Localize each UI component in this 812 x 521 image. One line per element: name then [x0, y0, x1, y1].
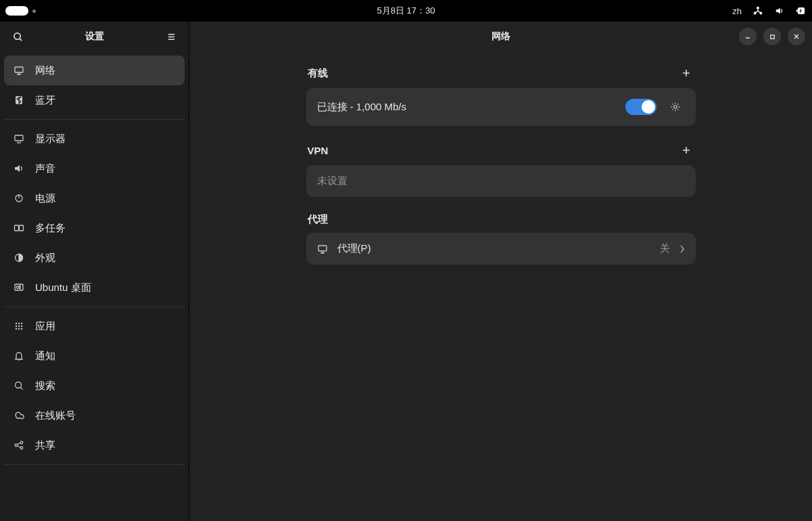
svg-point-21 — [21, 325, 22, 327]
sidebar-item-sound[interactable]: 声音 — [4, 154, 185, 183]
svg-rect-29 — [770, 35, 773, 38]
content-area: 有线 已连接 - 1,000 Mb/s — [189, 51, 812, 521]
minimize-button[interactable] — [739, 28, 757, 45]
main-header: 网络 — [189, 22, 812, 51]
svg-rect-9 — [15, 225, 19, 231]
apps-icon — [12, 319, 26, 333]
svg-point-27 — [20, 441, 23, 444]
ubuntu-icon — [12, 281, 26, 294]
add-wired-button[interactable] — [678, 65, 694, 81]
svg-point-15 — [20, 288, 21, 289]
clock[interactable]: 5月8日 17：30 — [377, 5, 435, 17]
page-title: 网络 — [270, 30, 731, 43]
svg-point-18 — [21, 323, 22, 324]
wired-settings-button[interactable] — [666, 97, 685, 116]
sidebar-item-ubuntu[interactable]: Ubuntu 桌面 — [4, 273, 185, 302]
wired-section: 有线 已连接 - 1,000 Mb/s — [306, 65, 696, 126]
wired-toggle[interactable] — [625, 99, 656, 115]
search-icon — [12, 379, 26, 392]
svg-rect-31 — [318, 246, 327, 251]
svg-point-13 — [16, 286, 19, 289]
proxy-row[interactable]: 代理(P) 关 — [306, 233, 696, 265]
wired-heading: 有线 — [308, 67, 328, 80]
sidebar-item-network[interactable]: 网络 — [4, 55, 185, 85]
sidebar-item-notifications[interactable]: 通知 — [4, 341, 185, 371]
sidebar-item-label: 外观 — [35, 252, 55, 265]
sidebar-item-bluetooth[interactable]: 蓝牙 — [4, 85, 185, 115]
proxy-icon — [317, 244, 328, 254]
search-button[interactable] — [9, 28, 26, 45]
svg-point-25 — [16, 382, 22, 388]
appearance-icon — [12, 251, 26, 265]
input-method-indicator[interactable]: zh — [732, 6, 742, 16]
sidebar-item-label: 应用 — [35, 320, 55, 333]
sidebar-item-appearance[interactable]: 外观 — [4, 243, 185, 273]
svg-point-26 — [15, 444, 18, 447]
svg-rect-5 — [15, 67, 23, 72]
sidebar-item-label: 电源 — [35, 192, 55, 205]
sidebar-separator — [4, 307, 185, 307]
sidebar: 设置 网络蓝牙显示器声音电源多任务外观Ubuntu 桌面应用通知搜索在线账号共享 — [0, 22, 189, 521]
proxy-heading: 代理 — [308, 213, 328, 226]
sidebar-item-label: 共享 — [35, 439, 55, 452]
bluetooth-icon — [12, 93, 26, 107]
sidebar-item-label: 网络 — [35, 64, 55, 77]
svg-point-20 — [18, 325, 20, 327]
battery-tray-icon[interactable] — [796, 5, 807, 16]
svg-point-19 — [16, 325, 17, 327]
sidebar-separator — [4, 119, 185, 120]
svg-point-28 — [20, 447, 23, 449]
sidebar-item-power[interactable]: 电源 — [4, 183, 185, 213]
vpn-heading: VPN — [308, 145, 329, 156]
svg-point-17 — [18, 323, 20, 324]
sidebar-item-label: 蓝牙 — [35, 94, 55, 107]
sidebar-item-display[interactable]: 显示器 — [4, 124, 185, 154]
svg-point-14 — [20, 286, 21, 287]
svg-point-22 — [16, 328, 17, 330]
menu-button[interactable] — [163, 28, 179, 45]
workspace-dot-icon — [32, 9, 36, 13]
proxy-row-label: 代理(P) — [337, 242, 371, 255]
vpn-section: VPN 未设置 — [306, 142, 696, 197]
sidebar-item-apps[interactable]: 应用 — [4, 311, 185, 341]
sidebar-item-label: 显示器 — [35, 133, 66, 145]
sidebar-separator — [4, 464, 185, 465]
sidebar-item-label: 声音 — [35, 162, 55, 175]
power-icon — [12, 191, 26, 205]
wired-status-label: 已连接 - 1,000 Mb/s — [317, 101, 407, 114]
sound-icon — [12, 162, 26, 175]
proxy-section: 代理 代理(P) 关 — [306, 213, 696, 265]
sidebar-title: 设置 — [26, 30, 163, 43]
top-bar: 5月8日 17：30 zh — [0, 0, 812, 22]
sidebar-item-online[interactable]: 在线账号 — [4, 401, 185, 430]
sidebar-header: 设置 — [0, 22, 189, 51]
sidebar-item-label: 多任务 — [35, 222, 66, 235]
network-icon — [12, 64, 26, 77]
network-tray-icon[interactable] — [753, 5, 763, 16]
online-icon — [12, 409, 26, 422]
share-icon — [12, 438, 26, 452]
close-button[interactable] — [788, 28, 805, 45]
svg-point-30 — [673, 106, 676, 108]
vpn-empty-row: 未设置 — [306, 165, 696, 197]
notifications-icon — [12, 349, 26, 363]
display-icon — [12, 132, 26, 145]
sidebar-item-label: 在线账号 — [35, 409, 76, 422]
svg-point-23 — [18, 328, 20, 330]
proxy-row-value: 关 — [660, 242, 670, 255]
sidebar-item-multitask[interactable]: 多任务 — [4, 213, 185, 243]
sidebar-item-label: 通知 — [35, 350, 55, 363]
add-vpn-button[interactable] — [678, 142, 694, 158]
sidebar-item-search[interactable]: 搜索 — [4, 371, 185, 401]
svg-point-16 — [16, 323, 17, 324]
sidebar-item-share[interactable]: 共享 — [4, 430, 185, 460]
wired-connection-row: 已连接 - 1,000 Mb/s — [306, 88, 696, 126]
svg-point-24 — [21, 328, 22, 330]
multitask-icon — [12, 221, 26, 235]
main-panel: 网络 有线 — [189, 22, 812, 521]
activities-area[interactable] — [5, 6, 36, 16]
volume-tray-icon[interactable] — [774, 5, 785, 16]
maximize-button[interactable] — [763, 28, 781, 45]
sidebar-item-label: Ubuntu 桌面 — [35, 281, 91, 294]
svg-rect-10 — [20, 225, 24, 231]
